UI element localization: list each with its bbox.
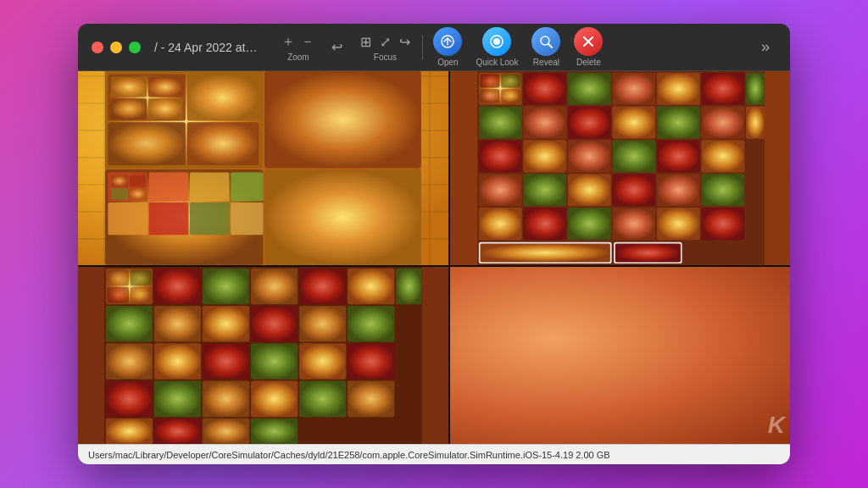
undo-icon: ↩ (327, 38, 346, 57)
content-area: K (78, 71, 790, 444)
svg-rect-92 (348, 343, 394, 380)
svg-rect-65 (480, 74, 499, 87)
svg-rect-49 (568, 140, 611, 172)
svg-rect-76 (203, 269, 249, 305)
svg-rect-93 (106, 380, 153, 417)
svg-rect-83 (203, 306, 249, 342)
delete-label: Delete (576, 58, 601, 67)
svg-rect-47 (479, 140, 522, 172)
svg-rect-17 (148, 77, 183, 97)
fractal-topright (450, 71, 790, 265)
svg-rect-21 (149, 172, 189, 201)
quicklook-button[interactable]: Quick Look (469, 25, 525, 69)
svg-rect-105 (107, 287, 129, 303)
traffic-lights (92, 42, 141, 53)
svg-rect-112 (481, 271, 541, 320)
quicklook-label: Quick Look (476, 58, 518, 67)
focus-label: Focus (374, 53, 397, 62)
minimize-button[interactable] (110, 42, 122, 53)
svg-rect-55 (568, 174, 611, 206)
svg-rect-91 (299, 343, 346, 380)
svg-point-117 (749, 428, 752, 430)
svg-rect-96 (251, 380, 298, 417)
svg-rect-11 (264, 169, 421, 265)
svg-rect-38 (701, 73, 744, 105)
zoom-plus-icon: ＋ (279, 33, 298, 52)
fractal-bottomleft (78, 267, 448, 444)
undo-group[interactable]: ↩ (322, 35, 351, 60)
svg-rect-19 (148, 98, 183, 119)
svg-rect-36 (612, 73, 655, 105)
reveal-icon (531, 27, 560, 56)
svg-rect-59 (479, 208, 522, 240)
svg-rect-67 (480, 89, 499, 103)
svg-rect-57 (657, 174, 700, 206)
svg-rect-113 (479, 269, 542, 321)
open-button[interactable]: Open (426, 25, 469, 69)
svg-rect-64 (701, 208, 744, 240)
svg-rect-98 (348, 380, 394, 417)
svg-rect-9 (264, 71, 421, 168)
svg-point-1 (493, 38, 500, 45)
svg-rect-85 (299, 306, 346, 342)
svg-rect-54 (523, 174, 566, 206)
svg-rect-103 (107, 269, 129, 286)
image-grid: K (78, 71, 790, 444)
svg-rect-81 (106, 306, 153, 342)
svg-rect-46 (746, 107, 765, 139)
svg-rect-61 (568, 208, 611, 240)
svg-rect-95 (203, 380, 249, 417)
close-button[interactable] (92, 42, 103, 53)
svg-rect-27 (231, 202, 263, 235)
fractal-topleft (78, 71, 448, 265)
svg-rect-13 (187, 74, 259, 120)
more-button[interactable]: » (754, 35, 776, 59)
svg-rect-40 (479, 107, 522, 139)
delete-button[interactable]: Delete (567, 25, 609, 69)
svg-rect-111 (479, 269, 542, 321)
fractal-bottomright: K (450, 267, 790, 444)
svg-rect-88 (154, 343, 201, 380)
svg-rect-53 (479, 174, 522, 206)
zoom-group[interactable]: ＋ － Zoom (274, 30, 322, 65)
svg-rect-71 (480, 243, 609, 262)
svg-rect-104 (131, 269, 152, 286)
svg-rect-52 (701, 140, 744, 172)
focus-group[interactable]: ⊞ ⤢ ↪ Focus (351, 30, 419, 65)
redo-icon: ↪ (395, 33, 414, 52)
maximize-button[interactable] (129, 42, 141, 53)
open-label: Open (437, 58, 458, 67)
svg-rect-72 (615, 243, 681, 262)
svg-rect-110 (481, 271, 609, 320)
svg-rect-18 (111, 98, 147, 119)
svg-rect-106 (131, 287, 152, 303)
svg-rect-86 (348, 306, 394, 342)
statusbar-text: Users/mac/Library/Developer/CoreSimulato… (88, 450, 610, 460)
svg-rect-97 (299, 380, 346, 417)
svg-rect-101 (203, 419, 249, 444)
svg-rect-66 (501, 74, 520, 87)
reveal-label: Reveal (533, 58, 559, 67)
svg-point-118 (735, 435, 737, 438)
svg-rect-24 (108, 202, 147, 235)
svg-rect-16 (111, 77, 147, 97)
svg-rect-100 (154, 419, 201, 444)
svg-rect-48 (523, 140, 566, 172)
svg-point-119 (746, 437, 748, 440)
open-icon (433, 27, 462, 56)
window-title: / - 24 Apr 2022 at… (154, 41, 257, 54)
svg-rect-79 (348, 269, 394, 305)
reveal-button[interactable]: Reveal (525, 25, 567, 69)
svg-rect-28 (111, 175, 128, 187)
svg-rect-43 (612, 107, 655, 139)
svg-rect-84 (251, 306, 298, 342)
svg-rect-109 (479, 269, 609, 321)
svg-rect-77 (251, 269, 298, 305)
svg-rect-62 (612, 208, 655, 240)
delete-icon (574, 27, 603, 56)
svg-rect-23 (231, 172, 263, 201)
expand-icon: ⤢ (376, 33, 394, 52)
svg-rect-34 (523, 73, 566, 105)
svg-point-120 (754, 434, 755, 435)
svg-rect-63 (657, 208, 700, 240)
